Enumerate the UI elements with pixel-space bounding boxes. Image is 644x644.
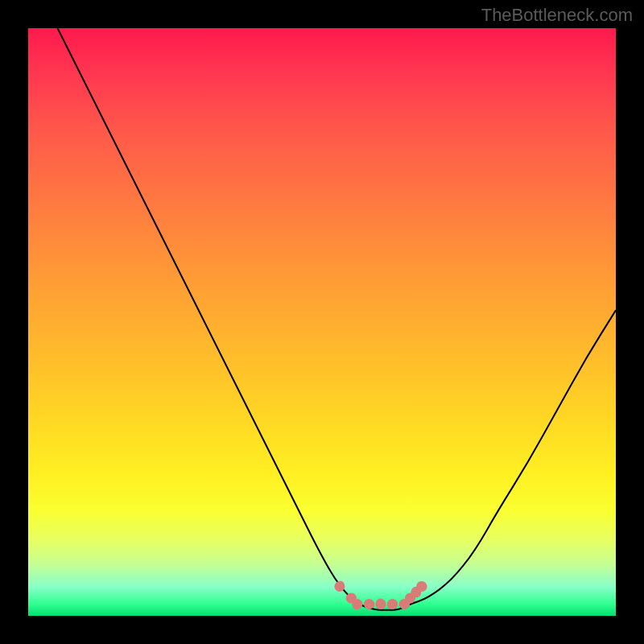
highlight-marker bbox=[376, 598, 384, 606]
highlight-markers bbox=[334, 581, 427, 609]
bottleneck-curve-line bbox=[58, 28, 617, 610]
highlight-marker bbox=[387, 601, 395, 609]
highlight-marker bbox=[346, 594, 354, 602]
watermark-text: TheBottleneck.com bbox=[481, 5, 633, 26]
highlight-marker bbox=[353, 601, 361, 609]
highlight-marker bbox=[336, 581, 345, 589]
highlight-marker bbox=[416, 581, 424, 589]
bottleneck-chart bbox=[28, 28, 616, 616]
chart-plot-area bbox=[28, 28, 616, 616]
highlight-marker bbox=[366, 601, 374, 609]
